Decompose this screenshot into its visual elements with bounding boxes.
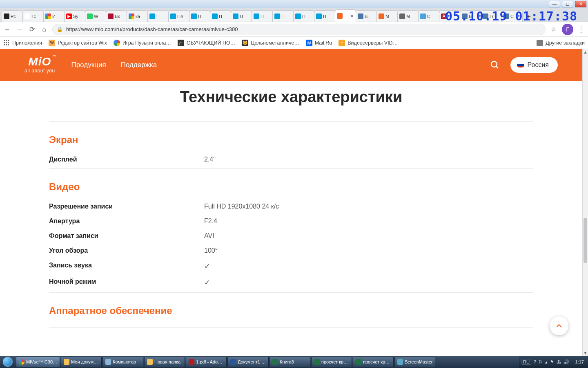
country-selector[interactable]: Россия — [510, 57, 558, 73]
taskbar-button[interactable]: Мои докум… — [61, 357, 102, 367]
window-close-button[interactable]: ✕ — [575, 1, 586, 7]
browser-tab[interactable]: П — [147, 10, 169, 22]
tray-action-center-icon[interactable]: ⚐ — [539, 359, 543, 365]
favicon — [87, 13, 93, 19]
browser-tab[interactable]: ✕ — [335, 9, 356, 22]
taskbar-button[interactable]: просчет кр… — [311, 357, 352, 367]
tab-label: M — [406, 14, 410, 19]
logo-tagline: all about you — [24, 68, 55, 74]
start-button[interactable] — [0, 356, 16, 368]
nav-back-button[interactable]: ← — [3, 25, 11, 34]
scroll-down-arrow[interactable]: ▼ — [583, 350, 588, 356]
svg-rect-6 — [4, 44, 5, 45]
browser-tab[interactable]: M — [376, 10, 398, 22]
browser-tab[interactable]: кa — [127, 10, 148, 22]
favicon — [316, 13, 322, 19]
nav-home-button[interactable]: ⌂ — [40, 25, 48, 34]
tray-clock[interactable]: 1:17 — [572, 359, 586, 364]
spec-row: Угол обзора100° — [49, 243, 533, 258]
browser-tab[interactable]: Пл — [168, 10, 189, 22]
scroll-thumb[interactable] — [584, 218, 587, 263]
browser-tab[interactable]: П — [272, 10, 294, 22]
mio-logo[interactable]: MiO™ all about you — [24, 56, 55, 73]
tray-chevron-icon[interactable]: ▴ — [545, 359, 548, 365]
search-button[interactable] — [489, 59, 501, 71]
nav-reload-button[interactable]: ⟳ — [28, 25, 36, 34]
browser-menu-button[interactable]: ⋮ — [577, 25, 585, 34]
browser-tab[interactable]: W — [85, 10, 106, 22]
bookmark-item[interactable]: Игра Пузыри онла… — [114, 40, 171, 46]
taskbar-button[interactable]: просчет кр… — [353, 357, 394, 367]
taskbar-app-icon — [272, 359, 278, 365]
taskbar-app-icon — [19, 359, 24, 365]
taskbar-button[interactable]: Документ1 … — [227, 357, 269, 367]
browser-tab[interactable]: ▶Sy — [64, 10, 85, 22]
bookmark-icon: ~ — [339, 40, 345, 46]
spec-key: Апертура — [49, 218, 204, 225]
input-language[interactable]: RU — [521, 359, 531, 365]
svg-rect-4 — [6, 42, 7, 43]
tray-help-icon[interactable]: ? — [534, 359, 536, 364]
browser-tab[interactable]: M — [397, 10, 419, 22]
tray-volume-icon[interactable]: 🔊 — [564, 359, 569, 365]
tab-label: Tc — [31, 14, 36, 19]
address-bar[interactable]: 🔒 https://www.mio.com/ru/products/dash-c… — [52, 24, 546, 35]
browser-tab[interactable]: П — [231, 10, 252, 22]
taskbar-button-label: 1.pdf - Ado… — [196, 359, 222, 364]
nav-forward-button[interactable]: → — [16, 25, 24, 34]
bookmark-icon: 🎓 — [178, 40, 184, 46]
svg-rect-0 — [4, 40, 5, 41]
taskbar-button[interactable]: ScreenMaster — [394, 357, 435, 367]
tray-network-icon[interactable]: 🖧 — [557, 359, 561, 364]
spec-row: Дисплей2.4" — [49, 152, 533, 167]
taskbar-button[interactable]: Компьютер — [102, 357, 143, 367]
favicon — [337, 13, 343, 19]
tray-flag-icon[interactable]: ⚑ — [550, 359, 554, 365]
url-text: https://www.mio.com/ru/products/dash-cam… — [66, 26, 238, 32]
other-bookmarks[interactable]: Другие закладки — [537, 40, 585, 46]
browser-tab[interactable]: П — [189, 10, 210, 22]
browser-tab[interactable]: C — [418, 10, 439, 22]
favicon — [24, 13, 30, 19]
spec-key: Разрешение записи — [49, 203, 204, 210]
browser-tab[interactable]: Pc — [2, 10, 23, 22]
bookmark-item[interactable]: ~Видеосерверы VID… — [339, 40, 398, 46]
bookmark-label: Видеосерверы VID… — [347, 40, 398, 46]
svg-rect-3 — [4, 42, 5, 43]
browser-tab[interactable]: П — [210, 10, 231, 22]
bookmark-label: Редактор сайтов Wix — [58, 40, 107, 46]
browser-tab[interactable]: Tc — [22, 10, 44, 22]
bookmark-item[interactable]: Приложения — [3, 40, 42, 46]
lock-icon: 🔒 — [57, 27, 63, 32]
browser-tab[interactable]: П — [252, 10, 273, 22]
tab-label: П — [302, 14, 305, 19]
bookmark-item[interactable]: WРедактор сайтов Wix — [49, 40, 107, 46]
bookmark-item[interactable]: @Mail.Ru — [306, 40, 332, 46]
taskbar-button[interactable]: MiVue™ C30… — [16, 357, 60, 367]
spec-row: АпертураF2.4 — [49, 214, 533, 229]
taskbar-button-label: ScreenMaster — [405, 359, 432, 364]
browser-tab[interactable]: П — [293, 10, 314, 22]
star-bookmark-button[interactable]: ☆ — [550, 25, 558, 34]
browser-tab[interactable]: П — [314, 10, 335, 22]
vertical-scrollbar[interactable]: ▲ ▼ — [582, 49, 588, 356]
taskbar-button[interactable]: Книга3 — [270, 357, 310, 367]
browser-tab[interactable]: И — [43, 10, 65, 22]
nav-support[interactable]: Поддержка — [121, 61, 157, 69]
tab-close-button[interactable]: ✕ — [349, 13, 354, 19]
spec-key: Запись звука — [49, 262, 204, 271]
bookmark-item[interactable]: 🐱Цельнометалличе… — [242, 40, 299, 46]
browser-tab[interactable]: Bi — [356, 10, 377, 22]
browser-tab[interactable]: Bx — [106, 10, 127, 22]
taskbar-button[interactable]: 1.pdf - Ado… — [186, 357, 227, 367]
favicon — [191, 13, 197, 19]
taskbar-button[interactable]: Новая папка — [144, 357, 185, 367]
bookmark-item[interactable]: 🎓ОБУЧАЮЩИЙ ПО… — [178, 40, 235, 46]
window-maximize-button[interactable]: □ — [562, 1, 573, 7]
scroll-to-top-button[interactable] — [550, 316, 568, 335]
window-minimize-button[interactable]: — — [549, 1, 560, 7]
bookmark-label: Цельнометалличе… — [251, 40, 299, 46]
profile-avatar[interactable]: Г — [562, 24, 573, 35]
scroll-up-arrow[interactable]: ▲ — [583, 49, 588, 55]
nav-products[interactable]: Продукция — [71, 61, 106, 69]
